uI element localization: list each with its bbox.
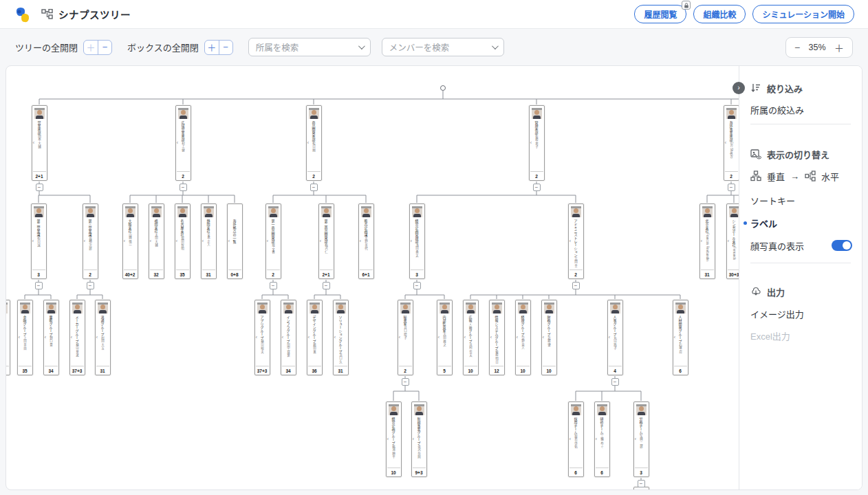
zoom-out-button[interactable]: − (794, 42, 800, 53)
sidebar-item-sort-key[interactable]: ソートキー (750, 194, 795, 207)
org-node[interactable]: ‹内部監査室古田 雅之5 (437, 300, 453, 375)
collapse-node-button[interactable]: − (270, 282, 277, 289)
org-node[interactable]: ‹海外拠点の一覧0+8 (227, 204, 243, 279)
org-node[interactable]: ‹広域営業本部村上 健2 (175, 105, 191, 181)
avatar (125, 206, 135, 217)
org-node[interactable]: ‹第二商品開発部梅沢 仁2+1 (318, 204, 334, 279)
org-node[interactable]: ‹販売企画課平野 美代6+1 (358, 204, 374, 279)
member-count-badge: 5 (438, 366, 451, 375)
org-node[interactable]: ‹海外事業本部Eric Shapiro2 (724, 105, 739, 181)
collapse-node-button[interactable]: − (402, 378, 409, 386)
sidebar-item-department-filter[interactable]: 所属の絞込み (750, 103, 804, 116)
org-node[interactable]: ‹情報システムグループ後藤 明日12 (489, 300, 505, 375)
org-tree-canvas[interactable]: ‹営業本部岡本 大輔2+1‹広域営業本部村上 健2‹商品開発本部松山 剛2‹管理… (6, 65, 862, 490)
collapse-node-button[interactable]: − (638, 480, 645, 487)
member-count-badge: 3 (411, 270, 424, 278)
org-node[interactable]: ‹大阪支社山崎 慎一40+2 (122, 204, 138, 279)
tree-expand-all-button[interactable]: ＋ (84, 41, 98, 54)
org-node-label: 静岡支社安本 正人 (203, 219, 215, 268)
member-search-select[interactable]: メンバーを検索 (382, 38, 504, 56)
department-search-select[interactable]: 所属を検索 (248, 38, 371, 56)
org-node[interactable]: ‹営業本部岡本 大輔2+1 (32, 105, 47, 181)
org-node[interactable]: ‹秘書室井口 陽子2 (398, 300, 413, 375)
org-node-label: インフラグループ田中 双葉 (283, 316, 294, 364)
collapse-node-button[interactable]: − (36, 184, 43, 191)
avatar (268, 206, 279, 217)
org-node-label: 採用チーム原島 啓佑 (570, 417, 582, 466)
divider (750, 124, 851, 124)
display-section-header: 表示の切り替え (750, 147, 852, 161)
org-node[interactable]: ‹経理グループ宇野 直人10 (515, 300, 531, 375)
org-node[interactable]: ‹人材開発グループ石塚 忍6 (673, 300, 688, 375)
org-node[interactable]: ‹第一商品開発部堀 文香2 (265, 204, 281, 279)
member-count-badge: 10 (387, 468, 400, 476)
org-node-label: 第一商品開発部堀 文香 (268, 219, 279, 268)
org-node[interactable]: ‹ソリューショングループ浜口 久美31 (333, 300, 349, 375)
collapse-node-button[interactable]: − (323, 282, 330, 289)
org-node[interactable]: ‹グループ (6, 300, 10, 375)
collapse-node-button[interactable]: − (533, 184, 541, 191)
compare-button[interactable]: 組織比較 (693, 5, 746, 23)
org-node[interactable]: ‹商品開発本部松山 剛2 (306, 105, 322, 181)
member-count-badge: 2+1 (320, 270, 333, 278)
org-node-label: ソリューショングループ浜口 久美 (335, 316, 347, 364)
history-button[interactable]: 履歴閲覧 (634, 5, 686, 23)
org-node[interactable]: ‹金融グループ上田 美由35 (17, 300, 33, 375)
sidebar-collapse-button[interactable]: › (733, 82, 745, 94)
org-node[interactable]: ‹メーカーグループ横山 華菜37+3 (69, 300, 85, 375)
collapse-node-button[interactable]: − (728, 184, 735, 191)
org-node[interactable]: ‹インフラグループ田中 双葉34 (281, 300, 296, 375)
org-node[interactable]: ‹経営企画グループ帆浦 順平10 (386, 402, 402, 477)
photo-display-toggle[interactable] (832, 240, 852, 251)
org-node[interactable]: ‹採用チーム原島 啓佑6 (568, 402, 584, 477)
org-node[interactable]: ‹アドミニストレーション吉岡 幸2 (568, 204, 584, 279)
org-node-label: 経営企画グループ帆浦 順平 (388, 417, 400, 466)
org-node[interactable]: ‹第三営業課高橋 次郎2 (83, 204, 98, 279)
org-node[interactable]: ‹デザイングループ藤田 薫36 (307, 300, 323, 375)
org-node[interactable]: ‹研修チーム三輪 めぐ6 (594, 402, 610, 477)
org-node[interactable]: ‹広報・IRグループ井村 哲夫10 (463, 300, 479, 375)
tree-collapse-all-button[interactable]: − (98, 41, 111, 54)
box-collapse-all-button[interactable]: − (219, 41, 232, 54)
org-node[interactable]: ‹管理本部佐藤 恵子2 (529, 105, 545, 181)
member-count-badge: 2 (399, 366, 412, 375)
org-node[interactable]: ‹量販グループ野口 豊34 (43, 300, 59, 375)
org-node[interactable]: ‹新規事業グループ金沢 岳則9+3 (411, 402, 427, 477)
avatar (610, 302, 620, 314)
collapse-node-button[interactable]: − (180, 184, 187, 191)
org-node[interactable]: ‹財務グループ近藤 肇10 (541, 300, 557, 375)
orientation-horizontal-label: 水平 (821, 170, 839, 183)
avatar (72, 302, 83, 314)
collapse-node-button[interactable]: − (310, 184, 318, 191)
org-node[interactable]: ‹流通グループ村岡 大五31 (95, 300, 111, 375)
org-node[interactable]: ‹名古屋支社堀田 智明35 (175, 204, 191, 279)
simulation-button[interactable]: シミュレーション開始 (752, 5, 854, 23)
header-actions: 履歴閲覧 組織比較 シミュレーション開始 (634, 5, 854, 23)
org-node[interactable]: ‹第二営業課杉山 誠3 (31, 204, 47, 279)
org-node-label: 第二商品開発部梅沢 仁 (321, 219, 332, 268)
collapse-node-button[interactable]: − (572, 282, 580, 289)
zoom-in-button[interactable]: ＋ (834, 41, 844, 54)
sidebar-item-image-export[interactable]: イメージ出力 (750, 307, 804, 320)
org-node[interactable]: ‹人事グループ丸山 路子4 (607, 300, 623, 375)
member-count-badge: 31 (701, 270, 714, 278)
box-expand-all-button[interactable]: ＋ (205, 41, 219, 54)
org-node[interactable]: ‹北京支社Francois Finebandin31 (699, 204, 715, 279)
org-node[interactable]: ‹経営企画管理部浅田 勇太3 (409, 204, 425, 279)
avatar (518, 302, 528, 314)
org-node[interactable]: ‹福岡支社太田 大輔32 (149, 204, 164, 279)
org-node-label: 財務グループ近藤 肇 (543, 316, 555, 364)
collapse-node-button[interactable]: − (87, 282, 94, 289)
box-expand-collapse: ＋ − (204, 40, 233, 55)
avatar (309, 108, 319, 119)
collapse-node-button[interactable]: − (35, 282, 43, 289)
collapse-node-button[interactable]: − (413, 282, 421, 289)
member-count-badge: 34 (45, 366, 58, 375)
org-node[interactable]: ‹静岡支社安本 正人31 (201, 204, 217, 279)
org-node[interactable]: ‹労務チーム矢崎 二郎3 (633, 402, 649, 477)
sidebar-item-label[interactable]: ラベル (750, 217, 777, 230)
collapse-node-button[interactable]: − (611, 378, 619, 386)
display-icon (750, 148, 761, 160)
orientation-switcher[interactable]: 垂直 → 水平 (750, 169, 852, 183)
org-node[interactable]: ‹アプリグループ横山 昭夫37+3 (254, 300, 270, 375)
